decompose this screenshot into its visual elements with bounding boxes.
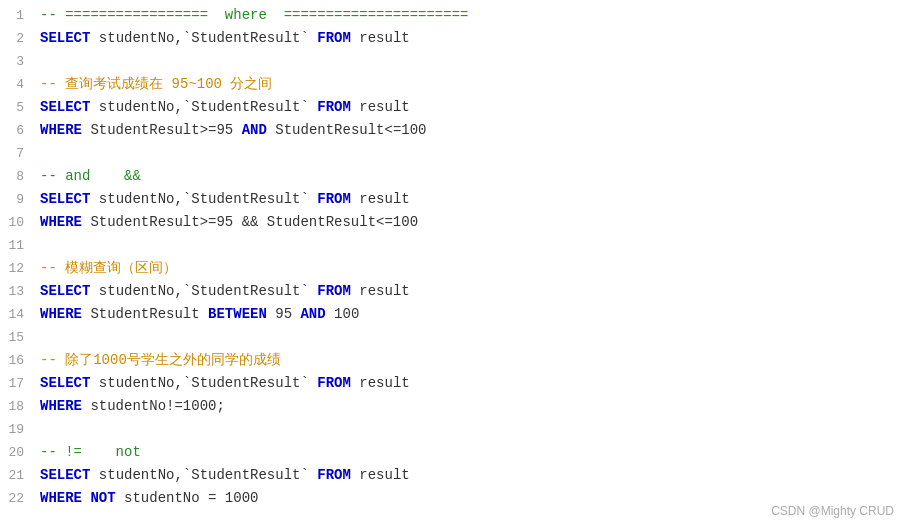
line-content: -- and && <box>36 165 910 187</box>
code-token: `StudentResult` <box>183 283 309 299</box>
table-row: 13SELECT studentNo,`StudentResult` FROM … <box>0 280 910 303</box>
code-token: WHERE <box>40 490 82 506</box>
line-number: 15 <box>0 327 36 349</box>
line-number: 7 <box>0 143 36 165</box>
code-token: SELECT <box>40 191 90 207</box>
table-row: 4-- 查询考试成绩在 95~100 分之间 <box>0 73 910 96</box>
table-row: 2SELECT studentNo,`StudentResult` FROM r… <box>0 27 910 50</box>
watermark: CSDN @Mighty CRUD <box>771 504 894 518</box>
line-content: SELECT studentNo,`StudentResult` FROM re… <box>36 188 910 210</box>
line-content: WHERE StudentResult>=95 AND StudentResul… <box>36 119 910 141</box>
code-token: SELECT <box>40 375 90 391</box>
line-content: -- 除了1000号学生之外的同学的成绩 <box>36 349 910 371</box>
code-token: -- and && <box>40 168 141 184</box>
code-token: `StudentResult` <box>183 30 309 46</box>
code-token: result <box>351 467 410 483</box>
code-token: SELECT <box>40 283 90 299</box>
table-row: 1-- ================= where ============… <box>0 4 910 27</box>
code-token: WHERE <box>40 214 82 230</box>
line-content: -- 模糊查询（区间） <box>36 257 910 279</box>
line-content: -- ================= where =============… <box>36 4 910 26</box>
code-token: `StudentResult` <box>183 467 309 483</box>
code-token: studentNo, <box>90 283 182 299</box>
table-row: 16-- 除了1000号学生之外的同学的成绩 <box>0 349 910 372</box>
line-number: 8 <box>0 166 36 188</box>
table-row: 20-- != not <box>0 441 910 464</box>
code-token: WHERE <box>40 122 82 138</box>
code-token: studentNo!=1000; <box>82 398 225 414</box>
line-number: 14 <box>0 304 36 326</box>
code-token: `StudentResult` <box>183 191 309 207</box>
code-token: `StudentResult` <box>183 375 309 391</box>
code-token: FROM <box>309 375 351 391</box>
code-token: result <box>351 99 410 115</box>
code-token: StudentResult>=95 && StudentResult<=100 <box>82 214 418 230</box>
line-number: 9 <box>0 189 36 211</box>
table-row: 17SELECT studentNo,`StudentResult` FROM … <box>0 372 910 395</box>
code-token: SELECT <box>40 99 90 115</box>
code-token: WHERE <box>40 306 82 322</box>
code-token: FROM <box>309 30 351 46</box>
line-content <box>36 142 910 164</box>
table-row: 10WHERE StudentResult>=95 && StudentResu… <box>0 211 910 234</box>
line-content: WHERE StudentResult>=95 && StudentResult… <box>36 211 910 233</box>
line-number: 10 <box>0 212 36 234</box>
table-row: 18WHERE studentNo!=1000; <box>0 395 910 418</box>
code-token: result <box>351 375 410 391</box>
code-token: SELECT <box>40 467 90 483</box>
line-content: WHERE StudentResult BETWEEN 95 AND 100 <box>36 303 910 325</box>
line-number: 5 <box>0 97 36 119</box>
code-token: studentNo, <box>90 375 182 391</box>
code-token: FROM <box>309 191 351 207</box>
table-row: 14WHERE StudentResult BETWEEN 95 AND 100 <box>0 303 910 326</box>
code-token: studentNo, <box>90 191 182 207</box>
line-number: 6 <box>0 120 36 142</box>
code-token: studentNo = 1000 <box>116 490 259 506</box>
line-number: 22 <box>0 488 36 510</box>
code-token: 95 <box>267 306 301 322</box>
code-token: AND <box>242 122 267 138</box>
code-token: FROM <box>309 467 351 483</box>
code-token: -- != not <box>40 444 141 460</box>
line-content: SELECT studentNo,`StudentResult` FROM re… <box>36 96 910 118</box>
line-content <box>36 418 910 440</box>
line-content: SELECT studentNo,`StudentResult` FROM re… <box>36 27 910 49</box>
line-number: 21 <box>0 465 36 487</box>
line-number: 2 <box>0 28 36 50</box>
table-row: 5SELECT studentNo,`StudentResult` FROM r… <box>0 96 910 119</box>
code-token: result <box>351 283 410 299</box>
code-token: StudentResult <box>82 306 208 322</box>
line-number: 4 <box>0 74 36 96</box>
table-row: 12-- 模糊查询（区间） <box>0 257 910 280</box>
code-token: -- 模糊查询（区间） <box>40 260 177 276</box>
code-token: studentNo, <box>90 30 182 46</box>
code-token: WHERE <box>40 398 82 414</box>
line-content <box>36 326 910 348</box>
code-token: StudentResult>=95 <box>82 122 242 138</box>
code-token: `StudentResult` <box>183 99 309 115</box>
code-token: -- 查询考试成绩在 95~100 分之间 <box>40 76 272 92</box>
code-token: NOT <box>90 490 115 506</box>
line-number: 19 <box>0 419 36 441</box>
line-content: -- 查询考试成绩在 95~100 分之间 <box>36 73 910 95</box>
line-content <box>36 234 910 256</box>
code-token: -- ================= where =============… <box>40 7 468 23</box>
code-token: AND <box>300 306 325 322</box>
code-token: result <box>351 30 410 46</box>
table-row: 6WHERE StudentResult>=95 AND StudentResu… <box>0 119 910 142</box>
table-row: 15 <box>0 326 910 349</box>
code-editor: 1-- ================= where ============… <box>0 0 910 528</box>
line-number: 12 <box>0 258 36 280</box>
table-row: 19 <box>0 418 910 441</box>
code-token: result <box>351 191 410 207</box>
line-content: -- != not <box>36 441 910 463</box>
table-row: 8-- and && <box>0 165 910 188</box>
line-number: 17 <box>0 373 36 395</box>
code-token: StudentResult<=100 <box>267 122 427 138</box>
line-content: SELECT studentNo,`StudentResult` FROM re… <box>36 372 910 394</box>
line-number: 16 <box>0 350 36 372</box>
line-number: 13 <box>0 281 36 303</box>
table-row: 9SELECT studentNo,`StudentResult` FROM r… <box>0 188 910 211</box>
table-row: 11 <box>0 234 910 257</box>
line-content: WHERE studentNo!=1000; <box>36 395 910 417</box>
